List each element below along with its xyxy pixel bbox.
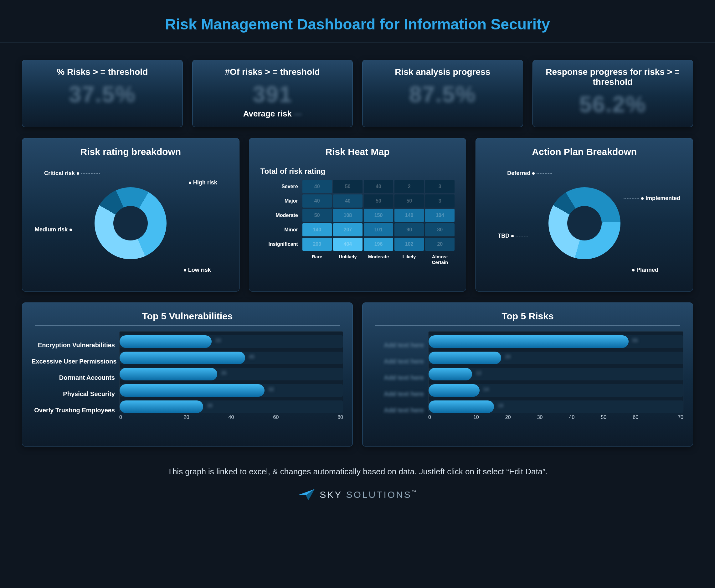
heatmap-cell: 196 <box>364 238 393 251</box>
header-divider <box>0 42 715 43</box>
bar-plot-area: 3345355230 <box>119 331 343 412</box>
heatmap-cell: 80 <box>425 223 455 236</box>
axis-tick: 40 <box>556 415 588 420</box>
bar-fill <box>428 368 472 380</box>
kpi-row: % Risks > = threshold37.5%#Of risks > = … <box>22 60 693 127</box>
card-divider <box>262 161 454 161</box>
bar-chart-risks: Add text hereAdd text hereAdd text hereA… <box>372 331 684 420</box>
donut-label-high: High risk <box>168 180 217 186</box>
kpi-value: 56.2% <box>542 91 684 117</box>
donut-ring <box>94 187 167 259</box>
heatmap-cell: 200 <box>302 238 332 251</box>
heatmap-cell: 404 <box>333 238 362 251</box>
card-title: Top 5 Vulnerabilities <box>31 311 343 321</box>
bar-fill <box>120 400 203 413</box>
heatmap-cell: 40 <box>302 194 332 208</box>
bar-x-axis: 020406080 <box>119 415 343 420</box>
heatmap-col-labels: RareUnlikelyModerateLikelyAlmost Certain <box>260 254 455 265</box>
donut-label-low: Low risk <box>182 267 211 273</box>
kpi-value: 37.5% <box>31 81 173 107</box>
heatmap-row-label: Minor <box>260 227 301 233</box>
bar-value: 18 <box>498 403 503 408</box>
heatmap-col-label: Moderate <box>364 254 393 265</box>
heatmap-cell: 140 <box>395 209 424 222</box>
axis-tick: 10 <box>460 415 492 420</box>
bar-fill <box>428 400 494 413</box>
kpi-label: #Of risks > = threshold <box>202 67 343 77</box>
donut-chart-risk-rating: Critical risk High risk Low risk Medium … <box>31 167 230 279</box>
heatmap-cell: 2 <box>395 180 424 193</box>
card-action-plan[interactable]: Action Plan Breakdown Deferred Implement… <box>476 138 693 292</box>
heatmap-col-label: Likely <box>395 254 424 265</box>
bar-value: 55 <box>632 338 638 343</box>
donut-label-implemented: Implemented <box>624 195 680 202</box>
bar-row-label: Add text here <box>372 404 424 416</box>
paper-plane-icon <box>299 489 315 500</box>
bar-value: 30 <box>207 403 213 408</box>
bar-row-label: Overly Trusting Employees <box>31 404 115 416</box>
heatmap-col-label: Almost Certain <box>425 254 455 265</box>
kpi-value: 391 <box>202 81 343 107</box>
heatmap-cell: 40 <box>302 180 332 193</box>
axis-tick: 20 <box>164 415 209 420</box>
footnote-text: This graph is linked to excel, & changes… <box>22 467 693 477</box>
donut-ring <box>548 187 621 259</box>
bar-fill <box>120 352 245 364</box>
axis-tick: 60 <box>254 415 298 420</box>
heatmap-cell: 3 <box>425 180 455 193</box>
donut-label-tbd: TBD <box>498 233 528 239</box>
bar-row-label: Add text here <box>372 339 424 351</box>
kpi-card-2[interactable]: Risk analysis progress87.5% <box>362 60 523 127</box>
donut-label-deferred: Deferred <box>507 170 552 176</box>
bar-row-label: Dormant Accounts <box>31 371 115 384</box>
axis-tick: 50 <box>588 415 619 420</box>
card-top-risks[interactable]: Top 5 Risks Add text hereAdd text hereAd… <box>362 302 693 446</box>
bar-value: 35 <box>221 371 227 376</box>
card-divider <box>35 325 340 326</box>
heatmap-cell: 150 <box>364 209 393 222</box>
heatmap-cell: 50 <box>302 209 332 222</box>
heatmap-row-label: Moderate <box>260 213 301 218</box>
card-risk-rating[interactable]: Risk rating breakdown Critical risk High… <box>22 138 239 292</box>
kpi-card-0[interactable]: % Risks > = threshold37.5% <box>22 60 183 127</box>
bar-fill <box>120 368 217 380</box>
kpi-label: Response progress for risks > = threshol… <box>542 67 684 87</box>
axis-tick: 0 <box>119 415 164 420</box>
donut-label-critical: Critical risk <box>44 170 100 176</box>
bar-row-labels: Add text hereAdd text hereAdd text hereA… <box>372 331 428 420</box>
axis-tick: 0 <box>428 415 460 420</box>
heatmap-cell: 50 <box>364 194 393 208</box>
card-divider <box>35 161 227 161</box>
donut-label-medium: Medium risk <box>35 226 89 233</box>
card-divider <box>488 161 680 161</box>
kpi-card-3[interactable]: Response progress for risks > = threshol… <box>532 60 693 127</box>
bar-value: 12 <box>476 371 482 376</box>
bar-fill <box>428 384 480 397</box>
bar-row-label: Excessive User Permissions <box>31 355 115 368</box>
heatmap-row-label: Insignificant <box>260 241 301 247</box>
card-title: Risk Heat Map <box>258 147 457 157</box>
card-top-vulnerabilities[interactable]: Top 5 Vulnerabilities Encryption Vulnera… <box>22 302 353 446</box>
heatmap-cell: 108 <box>333 209 362 222</box>
brand-text: SKY SOLUTIONS™ <box>320 489 416 500</box>
kpi-card-1[interactable]: #Of risks > = threshold391Average risk— <box>192 60 353 127</box>
brand-logo: SKY SOLUTIONS™ <box>22 489 693 500</box>
heatmap-cell: 40 <box>333 194 362 208</box>
bottom-row: Top 5 Vulnerabilities Encryption Vulnera… <box>22 302 693 446</box>
axis-tick: 70 <box>651 415 684 420</box>
bar-fill <box>428 352 501 364</box>
bar-row-label: Encryption Vulnerabilities <box>31 339 115 351</box>
card-title: Top 5 Risks <box>372 311 684 321</box>
card-divider <box>375 325 680 326</box>
bar-fill <box>120 384 265 397</box>
page-title: Risk Management Dashboard for Informatio… <box>22 16 693 33</box>
heatmap-cell: 102 <box>395 238 424 251</box>
dashboard-page: Risk Management Dashboard for Informatio… <box>0 0 715 588</box>
bar-value: 45 <box>249 354 254 360</box>
axis-tick: 60 <box>619 415 651 420</box>
bar-chart-vulnerabilities: Encryption VulnerabilitiesExcessive User… <box>31 331 343 420</box>
card-title: Risk rating breakdown <box>31 147 230 157</box>
card-heatmap[interactable]: Risk Heat Map Total of risk rating Sever… <box>249 138 466 292</box>
axis-tick: 80 <box>298 415 343 420</box>
kpi-label: Risk analysis progress <box>372 67 513 77</box>
